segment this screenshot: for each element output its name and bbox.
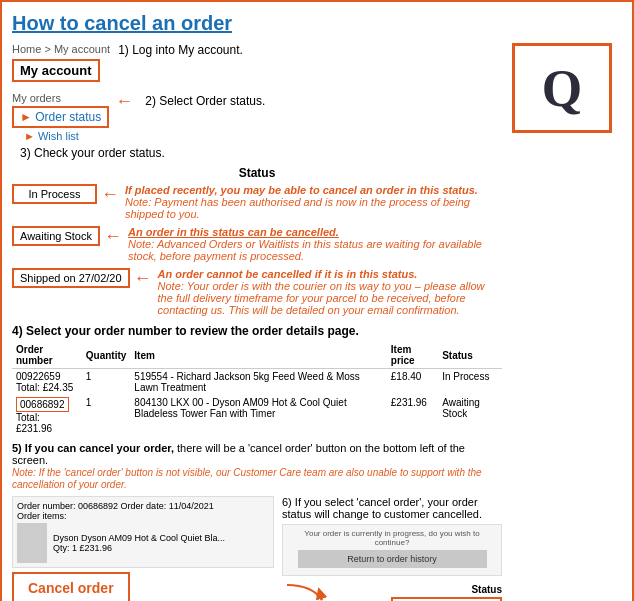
order-table: Order number Quantity Item Item price St… bbox=[12, 342, 502, 436]
col-item: Item bbox=[130, 342, 386, 369]
price-cell-1: £18.40 bbox=[387, 369, 438, 396]
mini-order-items-label: Order items: bbox=[17, 511, 67, 521]
page-title: How to cancel an order bbox=[12, 12, 622, 35]
step5-note: Note: If the 'cancel order' button is no… bbox=[12, 467, 482, 490]
in-process-badge: In Process bbox=[12, 184, 97, 204]
status-section: Status In Process ← If placed recently, … bbox=[12, 166, 502, 316]
col-quantity: Quantity bbox=[82, 342, 131, 369]
step1-text: 1) Log into My account. bbox=[118, 43, 243, 57]
mini-order-num: 00686892 bbox=[78, 501, 118, 511]
shipped-note-bold: An order cannot be cancelled if it is in… bbox=[158, 268, 418, 280]
step1-row: Home > My account My account 1) Log into… bbox=[12, 43, 502, 88]
in-process-note: If placed recently, you may be able to c… bbox=[125, 184, 502, 220]
breadcrumb-home[interactable]: Home bbox=[12, 43, 41, 55]
my-account-box[interactable]: My account bbox=[12, 59, 100, 82]
awaiting-stock-note: An order in this status can be cancelled… bbox=[128, 226, 502, 262]
price-cell-2: £231.96 bbox=[387, 395, 438, 436]
mini-item-name: Dyson Dyson AM09 Hot & Cool Quiet Bla... bbox=[53, 533, 225, 543]
order-number-2-box[interactable]: 00686892 bbox=[16, 397, 69, 412]
step4-text: 4) Select your order number to review th… bbox=[12, 324, 502, 338]
order-status-nav[interactable]: ► Order status bbox=[12, 106, 109, 128]
order-num-cell: 00922659 Total: £24.35 bbox=[12, 369, 82, 396]
nav-section: My orders ► Order status ► Wish list bbox=[12, 92, 109, 142]
awaiting-stock-badge: Awaiting Stock bbox=[12, 226, 100, 246]
cancel-order-button[interactable]: Cancel order bbox=[12, 572, 130, 601]
mini-order-date: 11/04/2021 bbox=[169, 501, 214, 511]
page-wrapper: How to cancel an order Home > My account… bbox=[12, 12, 622, 601]
arrow-shipped: ← bbox=[134, 269, 152, 287]
customer-cancelled-section: Status Customer Cancelled bbox=[332, 584, 502, 601]
mini-qty: 1 bbox=[72, 543, 77, 553]
shipped-note: An order cannot be cancelled if it is in… bbox=[158, 268, 502, 316]
step3-text: 3) Check your order status. bbox=[20, 146, 165, 160]
item-cell-1: 519554 - Richard Jackson 5kg Feed Weed &… bbox=[130, 369, 386, 396]
col-order-number: Order number bbox=[12, 342, 82, 369]
arrow-in-process: ← bbox=[101, 185, 119, 203]
customer-cancelled-badge: Customer Cancelled bbox=[391, 597, 502, 601]
mini-confirmation-block: Your order is currently in progress, do … bbox=[282, 524, 502, 576]
final-status-header: Status bbox=[332, 584, 502, 595]
order-total-1: Total: £24.35 bbox=[16, 382, 73, 393]
status-cell-1: In Process bbox=[438, 369, 502, 396]
step6-left: Order number: 00686892 Order date: 11/04… bbox=[12, 496, 274, 601]
step6-section: Order number: 00686892 Order date: 11/04… bbox=[12, 496, 502, 601]
breadcrumb-separator: > bbox=[44, 43, 53, 55]
status-cell-2: Awaiting Stock bbox=[438, 395, 502, 436]
table-row: 00686892 Total: £231.96 1 804130 LKX 00 … bbox=[12, 395, 502, 436]
mini-order-date-label: Order date: bbox=[121, 501, 167, 511]
wish-list-text: Wish list bbox=[38, 130, 79, 142]
my-orders-label: My orders bbox=[12, 92, 109, 104]
left-panel: Home > My account My account 1) Log into… bbox=[12, 43, 502, 601]
shipped-badge: Shipped on 27/02/20 bbox=[12, 268, 130, 288]
triangle-icon: ► bbox=[20, 110, 32, 124]
order-status-text: Order status bbox=[35, 110, 101, 124]
mini-order-block: Order number: 00686892 Order date: 11/04… bbox=[12, 496, 274, 568]
order-number-1: 00922659 bbox=[16, 371, 61, 382]
breadcrumb: Home > My account bbox=[12, 43, 110, 55]
triangle-icon-small: ► bbox=[24, 130, 35, 142]
step2-row: My orders ► Order status ► Wish list ← 2… bbox=[12, 92, 502, 142]
step5-bold: 5) If you can cancel your order, bbox=[12, 442, 174, 454]
wish-list-nav[interactable]: ► Wish list bbox=[24, 130, 109, 142]
step2-text: 2) Select Order status. bbox=[145, 94, 265, 108]
step6-text: 6) If you select 'cancel order', your or… bbox=[282, 496, 502, 520]
shipped-note-detail: Note: Your order is with the courier on … bbox=[158, 280, 485, 316]
order-num-cell-2: 00686892 Total: £231.96 bbox=[12, 395, 82, 436]
arrow-awaiting: ← bbox=[104, 227, 122, 245]
shipped-row: Shipped on 27/02/20 ← An order cannot be… bbox=[12, 268, 502, 316]
right-logo-panel: Q bbox=[512, 43, 622, 601]
awaiting-stock-note-bold: An order in this status can be cancelled… bbox=[128, 226, 339, 238]
breadcrumb-and-account: Home > My account My account bbox=[12, 43, 110, 88]
step6-right: 6) If you select 'cancel order', your or… bbox=[282, 496, 502, 601]
logo-box: Q bbox=[512, 43, 612, 133]
awaiting-stock-note-detail: Note: Advanced Orders or Waitlists in th… bbox=[128, 238, 482, 262]
order-total-2: Total: £231.96 bbox=[16, 412, 52, 434]
in-process-note-bold: If placed recently, you may be able to c… bbox=[125, 184, 478, 196]
arrow-down-right-icon bbox=[282, 580, 332, 601]
logo-q-symbol: Q bbox=[542, 59, 582, 118]
mini-order-num-label: Order number: bbox=[17, 501, 76, 511]
item-cell-2: 804130 LKX 00 - Dyson AM09 Hot & Cool Qu… bbox=[130, 395, 386, 436]
mini-product-image bbox=[17, 523, 47, 563]
awaiting-stock-row: Awaiting Stock ← An order in this status… bbox=[12, 226, 502, 262]
qty-cell-2: 1 bbox=[82, 395, 131, 436]
mini-qty-label: Qty: bbox=[53, 543, 70, 553]
step5-section: 5) If you can cancel your order, there w… bbox=[12, 442, 502, 490]
col-status: Status bbox=[438, 342, 502, 369]
arrow-left-icon: ← bbox=[115, 92, 133, 110]
in-process-note-detail: Note: Payment has been authorised and is… bbox=[125, 196, 470, 220]
return-to-order-history-button[interactable]: Return to order history bbox=[298, 550, 487, 568]
status-header: Status bbox=[12, 166, 502, 180]
mini-product-details: Dyson Dyson AM09 Hot & Cool Quiet Bla...… bbox=[53, 533, 225, 553]
table-row: 00922659 Total: £24.35 1 519554 - Richar… bbox=[12, 369, 502, 396]
mini-price: £231.96 bbox=[80, 543, 113, 553]
col-item-price: Item price bbox=[387, 342, 438, 369]
breadcrumb-current: My account bbox=[54, 43, 110, 55]
in-process-row: In Process ← If placed recently, you may… bbox=[12, 184, 502, 220]
qty-cell-1: 1 bbox=[82, 369, 131, 396]
